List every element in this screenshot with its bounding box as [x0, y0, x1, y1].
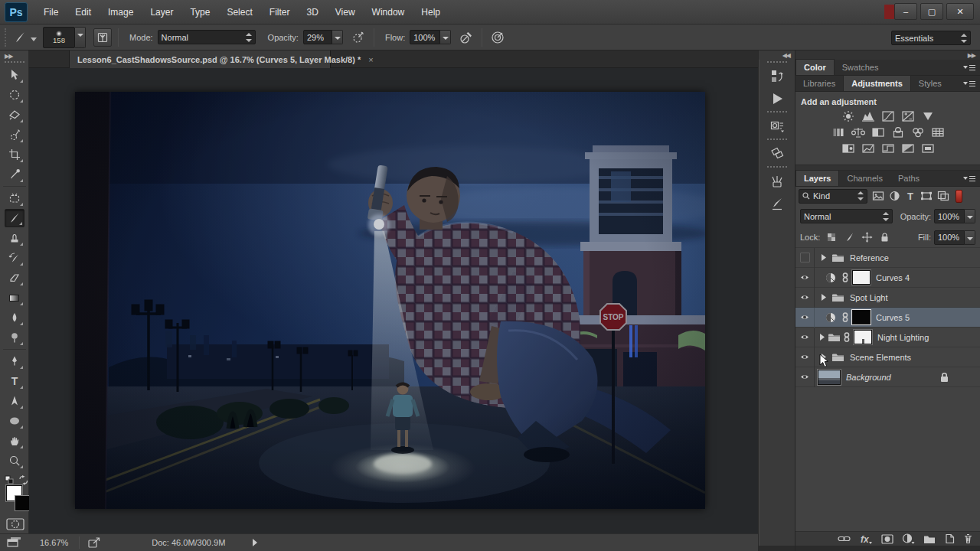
- minimize-button[interactable]: –: [894, 3, 917, 20]
- layer-opacity-arrow[interactable]: [965, 209, 975, 223]
- layer-mask-thumbnail[interactable]: [852, 270, 871, 285]
- invert-icon[interactable]: [839, 142, 858, 155]
- layer-style-button[interactable]: fx: [859, 534, 873, 544]
- notes-panel-icon[interactable]: [764, 144, 790, 164]
- vibrance-icon[interactable]: [919, 109, 937, 123]
- visibility-toggle[interactable]: [795, 367, 815, 387]
- tab-channels[interactable]: Channels: [839, 170, 890, 186]
- dock-grip[interactable]: [767, 111, 787, 114]
- layer-fill-arrow[interactable]: [965, 230, 975, 245]
- dock-grip[interactable]: [767, 166, 787, 169]
- background-color-swatch[interactable]: [15, 495, 31, 511]
- move-tool[interactable]: [5, 66, 24, 84]
- tools-collapse-button[interactable]: ▶▶: [0, 51, 28, 60]
- share-export-icon[interactable]: [87, 537, 101, 549]
- selective-color-icon[interactable]: [919, 142, 937, 155]
- lock-position-icon[interactable]: [861, 232, 873, 243]
- menu-filter[interactable]: Filter: [261, 0, 299, 24]
- canvas-image[interactable]: STOP: [75, 92, 705, 509]
- opacity-control[interactable]: 29%: [303, 30, 343, 44]
- history-brush-tool[interactable]: [5, 249, 24, 267]
- exposure-icon[interactable]: [899, 109, 917, 123]
- new-adjustment-layer-button[interactable]: [902, 533, 915, 544]
- preset-dropdown-arrow-icon[interactable]: [31, 37, 37, 41]
- brush-settings-panel-icon[interactable]: [764, 194, 790, 214]
- brush-preset-picker[interactable]: 158: [43, 27, 86, 48]
- dodge-tool[interactable]: [5, 328, 24, 347]
- lock-transparency-icon[interactable]: [826, 232, 837, 243]
- background-layer-thumbnail[interactable]: [818, 370, 841, 385]
- status-expand-arrow-icon[interactable]: [253, 539, 257, 546]
- panels-collapse-button[interactable]: ▶▶: [968, 52, 975, 59]
- panel-menu-icon[interactable]: [963, 175, 975, 183]
- brush-picker-arrow[interactable]: [75, 27, 86, 48]
- visibility-toggle[interactable]: [795, 308, 815, 328]
- blend-mode-select[interactable]: Normal: [158, 30, 256, 44]
- visibility-toggle[interactable]: [795, 347, 815, 367]
- canvas-pasteboard[interactable]: STOP: [29, 68, 758, 533]
- posterize-icon[interactable]: [859, 142, 877, 155]
- type-tool[interactable]: T: [5, 372, 24, 390]
- menu-layer[interactable]: Layer: [142, 0, 181, 24]
- menu-view[interactable]: View: [327, 0, 364, 24]
- layer-opacity-control[interactable]: 100%: [934, 209, 975, 223]
- mask-link-icon[interactable]: [844, 332, 850, 342]
- brush-presets-panel-icon[interactable]: [764, 171, 790, 191]
- expand-triangle-icon[interactable]: [819, 334, 825, 341]
- link-layers-button[interactable]: [838, 534, 851, 543]
- workspace-switcher[interactable]: Essentials: [891, 31, 971, 45]
- gradient-tool[interactable]: [5, 289, 24, 307]
- zoom-tool[interactable]: [5, 452, 24, 470]
- lock-all-icon[interactable]: [880, 232, 890, 243]
- tab-libraries[interactable]: Libraries: [795, 75, 843, 91]
- layer-row-night-lighting[interactable]: Night Lighting: [795, 328, 980, 347]
- quick-mask-button[interactable]: [6, 518, 24, 530]
- doc-size-info[interactable]: Doc: 46.0M/300.9M: [152, 538, 225, 547]
- tools-grip[interactable]: [5, 61, 24, 64]
- expand-triangle-icon[interactable]: [821, 254, 827, 261]
- color-lookup-icon[interactable]: [929, 126, 947, 139]
- tab-styles[interactable]: Styles: [911, 75, 949, 91]
- close-button[interactable]: ✕: [946, 3, 974, 20]
- expand-triangle-icon[interactable]: [821, 294, 827, 301]
- flow-control[interactable]: 100%: [410, 30, 451, 44]
- history-panel-icon[interactable]: [764, 67, 790, 86]
- menu-select[interactable]: Select: [218, 0, 260, 24]
- default-colors-icon[interactable]: [5, 475, 14, 484]
- actions-panel-icon[interactable]: [764, 89, 790, 109]
- panel-menu-icon[interactable]: [963, 80, 975, 88]
- channel-mixer-icon[interactable]: [909, 126, 927, 139]
- filter-shape-layers-icon[interactable]: [920, 191, 933, 201]
- layer-row-spot-light[interactable]: Spot Light: [795, 288, 980, 308]
- quick-selection-tool[interactable]: [5, 126, 24, 144]
- gradient-map-icon[interactable]: [899, 142, 917, 155]
- tab-paths[interactable]: Paths: [890, 170, 927, 186]
- airbrush-icon[interactable]: [457, 28, 475, 47]
- ellipse-shape-tool[interactable]: [5, 412, 24, 430]
- add-layer-mask-button[interactable]: [881, 534, 893, 544]
- tab-layers[interactable]: Layers: [795, 170, 839, 186]
- mask-link-icon[interactable]: [842, 312, 848, 322]
- brightness-contrast-icon[interactable]: [839, 109, 858, 123]
- layer-row-curves5[interactable]: Curves 5: [795, 308, 980, 328]
- pen-tool[interactable]: [5, 352, 24, 370]
- tab-close-icon[interactable]: ×: [368, 55, 373, 64]
- flow-arrow[interactable]: [440, 30, 451, 44]
- filter-smart-objects-icon[interactable]: [937, 191, 949, 201]
- eraser-tool[interactable]: [5, 269, 24, 287]
- swap-colors-icon[interactable]: [18, 475, 29, 485]
- delete-layer-button[interactable]: [963, 533, 973, 544]
- menu-3d[interactable]: 3D: [298, 0, 326, 24]
- visibility-toggle[interactable]: [795, 288, 815, 308]
- eyedropper-tool[interactable]: [5, 165, 24, 184]
- new-group-button[interactable]: [923, 534, 936, 544]
- document-tab[interactable]: Lesson6_CastShadowsSource.psd @ 16.7% (C…: [69, 51, 331, 68]
- workspace-window-icon[interactable]: [6, 536, 21, 549]
- crop-tool[interactable]: [5, 145, 24, 164]
- zoom-level[interactable]: 16.67%: [40, 538, 68, 547]
- dock-collapse-button[interactable]: ◀◀: [782, 52, 790, 59]
- tab-swatches[interactable]: Swatches: [835, 59, 887, 75]
- hue-saturation-icon[interactable]: [829, 126, 848, 139]
- levels-icon[interactable]: [859, 109, 877, 123]
- layer-fill-control[interactable]: 100%: [934, 230, 975, 245]
